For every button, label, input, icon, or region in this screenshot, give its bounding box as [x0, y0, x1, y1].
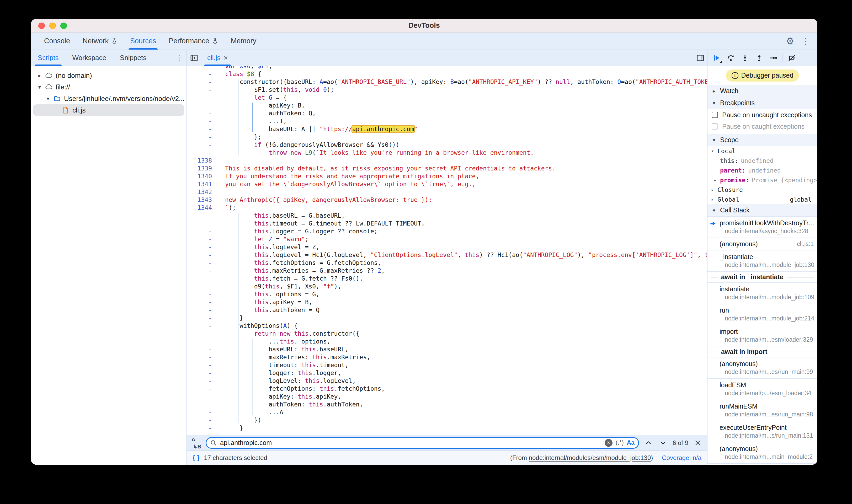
stack-frame--anonymous-[interactable]: (anonymous)node:internal/m...es/run_main…	[708, 357, 817, 379]
scope-var-promise[interactable]: ▸promise: Promise {<pending>}	[708, 175, 817, 185]
line-gutter[interactable]: -	[187, 283, 218, 290]
line-gutter[interactable]: -	[187, 267, 218, 274]
step-into-icon[interactable]	[738, 51, 752, 65]
line-gutter[interactable]: -	[187, 109, 218, 117]
stack-frame-run[interactable]: runnode:internal/m...module_job:214	[708, 304, 817, 325]
tree-item--no-domain-[interactable]: ▸(no domain)	[33, 70, 184, 81]
caret-down-icon[interactable]: ▾	[44, 95, 52, 102]
tree-item-cli-js[interactable]: cli.js	[33, 104, 184, 116]
scope-var-this[interactable]: this: undefined	[708, 156, 817, 165]
section-watch[interactable]: ▸ Watch	[708, 85, 817, 97]
editor-tab-clijs[interactable]: cli.js ×	[201, 50, 234, 66]
line-gutter[interactable]: -	[187, 243, 218, 251]
minimize-window-button[interactable]	[49, 22, 56, 29]
line-gutter[interactable]: 1339	[187, 164, 218, 172]
line-gutter[interactable]: 1341	[187, 180, 218, 188]
section-scope[interactable]: ▾ Scope	[708, 134, 817, 146]
line-gutter[interactable]: -	[187, 274, 218, 283]
stack-frame-instantiate[interactable]: instantiatenode:internal/m...module_job:…	[708, 283, 817, 304]
navigator-more-kebab-icon[interactable]: ⋮	[172, 50, 187, 66]
line-gutter[interactable]: -	[187, 290, 218, 298]
line-gutter[interactable]: -	[187, 133, 218, 141]
line-gutter[interactable]: 1338	[187, 157, 218, 164]
resume-script-icon[interactable]	[710, 51, 724, 65]
line-gutter[interactable]: -	[187, 149, 218, 157]
line-gutter[interactable]: -	[187, 94, 218, 102]
line-gutter[interactable]: -	[187, 322, 218, 330]
line-gutter[interactable]: -	[187, 227, 218, 235]
line-gutter[interactable]: -	[187, 306, 218, 314]
line-gutter[interactable]: -	[187, 345, 218, 353]
line-gutter[interactable]: -	[187, 86, 218, 94]
line-gutter[interactable]: -	[187, 102, 218, 109]
line-gutter[interactable]: -	[187, 400, 218, 408]
line-gutter[interactable]: -	[187, 369, 218, 377]
line-gutter[interactable]: -	[187, 314, 218, 322]
line-gutter[interactable]: -	[187, 424, 218, 432]
line-gutter[interactable]: -	[187, 416, 218, 424]
stack-frame--instantiate[interactable]: _instantiatenode:internal/m...module_job…	[708, 250, 817, 272]
tab-sources[interactable]: Sources	[124, 33, 162, 50]
caret-right-icon[interactable]: ▸	[711, 187, 717, 193]
line-gutter[interactable]: -	[187, 212, 218, 219]
close-window-button[interactable]	[38, 22, 45, 29]
checkbox-icon[interactable]	[712, 112, 718, 118]
caret-down-icon[interactable]: ▾	[36, 84, 43, 90]
checkbox-icon[interactable]	[712, 123, 718, 129]
scope-var-parent[interactable]: parent: undefined	[708, 165, 817, 175]
deactivate-breakpoints-icon[interactable]	[785, 51, 799, 65]
caret-right-icon[interactable]: ▸	[36, 72, 43, 79]
tab-network[interactable]: Network	[76, 33, 124, 50]
pause-caught-checkbox-row[interactable]: Pause on caught exceptions	[708, 121, 817, 132]
step-out-icon[interactable]	[752, 51, 766, 65]
line-gutter[interactable]: -	[187, 235, 218, 243]
step-icon[interactable]	[766, 51, 780, 65]
line-gutter[interactable]: -	[187, 330, 218, 338]
find-next-chevron-icon[interactable]	[658, 438, 668, 448]
scope-group-closure[interactable]: ▸Closure	[708, 185, 817, 195]
navigator-tab-workspace[interactable]: Workspace	[65, 50, 113, 66]
line-gutter[interactable]: 1344	[187, 204, 218, 212]
settings-gear-icon[interactable]: ⚙	[783, 34, 797, 48]
line-gutter[interactable]: -	[187, 377, 218, 385]
line-gutter[interactable]: -	[187, 70, 218, 78]
line-gutter[interactable]: -	[187, 251, 218, 259]
search-mode-ab-icon[interactable]: A↳B	[191, 437, 201, 449]
line-gutter[interactable]: -	[187, 78, 218, 86]
line-gutter[interactable]: -	[187, 219, 218, 227]
line-gutter[interactable]: -	[187, 393, 218, 400]
caret-right-icon[interactable]: ▸	[711, 197, 717, 202]
line-gutter[interactable]: -	[187, 338, 218, 345]
pretty-print-icon[interactable]: { }	[193, 454, 200, 462]
line-gutter[interactable]: -	[187, 408, 218, 416]
caret-down-icon[interactable]: ▾	[711, 148, 717, 154]
line-gutter[interactable]: -	[187, 259, 218, 267]
zoom-window-button[interactable]	[60, 22, 67, 29]
stack-frame-executeuserentrypoint[interactable]: executeUserEntryPointnode:internal/m...s…	[708, 421, 817, 443]
scope-group-local[interactable]: ▾Local	[708, 146, 817, 156]
line-gutter[interactable]: -	[187, 125, 218, 133]
close-tab-icon[interactable]: ×	[224, 54, 228, 62]
stack-frame-loadesm[interactable]: loadESMnode:internal/p.../esm_loader:34	[708, 379, 817, 400]
more-options-kebab-icon[interactable]: ⋮	[799, 34, 813, 48]
line-gutter[interactable]: -	[187, 117, 218, 125]
step-over-icon[interactable]	[724, 51, 738, 65]
navigator-tab-scripts[interactable]: Scripts	[31, 50, 65, 66]
line-gutter[interactable]: -	[187, 353, 218, 361]
regex-toggle[interactable]: (.*)	[616, 439, 624, 446]
tree-item-users-jinhuilee-nvm-versions-node-v2-[interactable]: ▾Users/jinhuilee/.nvm/versions/node/v2..…	[33, 93, 184, 104]
stack-frame--anonymous-[interactable]: (anonymous)node:internal/m...main_module…	[708, 443, 817, 464]
line-gutter[interactable]: -	[187, 298, 218, 306]
pause-uncaught-checkbox-row[interactable]: Pause on uncaught exceptions	[708, 109, 817, 121]
match-case-toggle[interactable]: Aa	[627, 439, 635, 446]
tab-memory[interactable]: Memory	[225, 33, 263, 50]
line-gutter[interactable]	[187, 66, 218, 70]
navigator-tab-snippets[interactable]: Snippets	[113, 50, 153, 66]
tab-performance[interactable]: Performance	[162, 33, 225, 50]
line-gutter[interactable]: 1340	[187, 172, 218, 180]
stack-frame-runmainesm[interactable]: runMainESMnode:internal/m...es/run_main:…	[708, 400, 817, 421]
stack-frame--anonymous-[interactable]: (anonymous)cli.js:1	[708, 238, 817, 250]
find-previous-chevron-icon[interactable]	[643, 438, 654, 448]
caret-right-icon[interactable]: ▸	[714, 177, 720, 183]
line-gutter[interactable]: -	[187, 361, 218, 369]
